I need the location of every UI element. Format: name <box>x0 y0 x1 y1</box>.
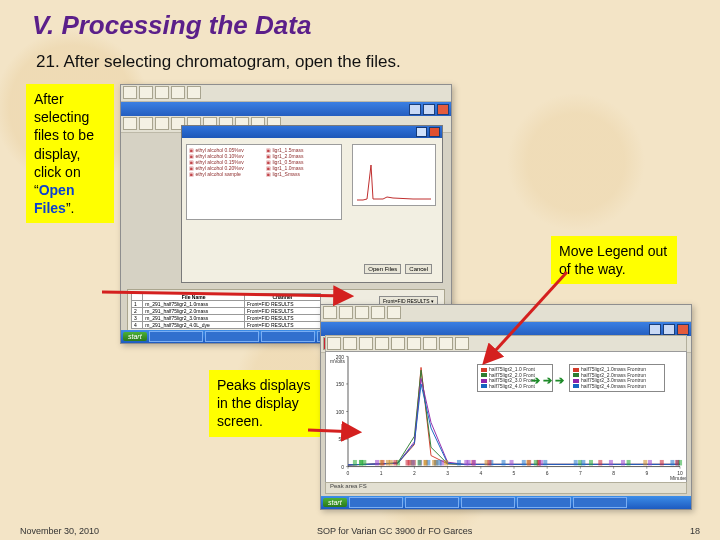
start-button[interactable]: start <box>323 498 347 507</box>
taskbar-item[interactable] <box>573 497 627 508</box>
open-multiple-files-dialog: ethyl alcohol 0.05%vvethyl alcohol 0.10%… <box>181 125 443 283</box>
table-header: Channel <box>244 294 320 301</box>
svg-rect-78 <box>534 460 538 466</box>
legend-label: half75ligr2_4.0 Front <box>489 384 535 390</box>
footer-date: November 30, 2010 <box>20 526 99 536</box>
svg-text:5: 5 <box>513 470 516 476</box>
footer-pagenum: 18 <box>690 526 700 536</box>
legend-swatch-icon <box>481 384 487 388</box>
svg-rect-70 <box>643 460 647 466</box>
toolbar-icon[interactable] <box>355 306 369 319</box>
legend-label: half75ligr2_4.0mass Frontrun <box>581 384 646 390</box>
open-files-button[interactable]: Open Files <box>364 264 401 274</box>
step-text: After selecting chromatogram, open the f… <box>63 52 400 71</box>
close-icon[interactable] <box>677 324 689 335</box>
svg-rect-45 <box>444 460 448 466</box>
taskbar-item[interactable] <box>517 497 571 508</box>
svg-text:0: 0 <box>347 470 350 476</box>
app-toolbar <box>121 85 451 102</box>
toolbar-icon[interactable] <box>391 337 405 350</box>
taskbar-item[interactable] <box>349 497 403 508</box>
page-title: V. Processing the Data <box>32 10 311 41</box>
svg-text:8: 8 <box>612 470 615 476</box>
reset-icon[interactable] <box>375 337 389 350</box>
svg-rect-51 <box>648 460 652 466</box>
svg-rect-76 <box>375 460 379 466</box>
start-button[interactable]: start <box>123 332 147 341</box>
cancel-button[interactable]: Cancel <box>405 264 432 274</box>
file-list-item[interactable]: ethyl alcohol sample <box>189 171 262 177</box>
pan-icon[interactable] <box>359 337 373 350</box>
svg-rect-38 <box>627 460 631 466</box>
close-icon[interactable] <box>429 127 440 137</box>
svg-rect-82 <box>487 460 491 466</box>
toolbar-icon[interactable] <box>187 86 201 99</box>
minimize-icon[interactable] <box>649 324 661 335</box>
callout-open-files: After selecting files to be display, cli… <box>26 84 114 223</box>
svg-rect-0 <box>353 145 435 205</box>
svg-rect-80 <box>423 460 427 466</box>
help-icon[interactable] <box>416 127 427 137</box>
svg-text:50: 50 <box>338 436 344 442</box>
toolbar-icon[interactable] <box>455 337 469 350</box>
legend-item[interactable]: half75ligr2_4.0 Front <box>481 384 549 390</box>
legend-swatch-icon <box>573 368 579 372</box>
svg-rect-84 <box>581 460 585 466</box>
svg-rect-77 <box>406 460 410 466</box>
svg-rect-96 <box>472 460 476 466</box>
minimize-icon[interactable] <box>409 104 421 115</box>
taskbar-item[interactable] <box>149 331 203 342</box>
svg-text:3: 3 <box>446 470 449 476</box>
svg-rect-56 <box>411 460 415 466</box>
legend-box[interactable]: half75ligr2_1.0 Fronthalf75ligr2_2.0 Fro… <box>477 364 553 392</box>
legend-item[interactable]: half75ligr2_4.0mass Frontrun <box>573 384 661 390</box>
table-row[interactable]: 3m_291_half75ligr2_3.0massFront=FID RESU… <box>132 315 321 322</box>
table-row[interactable]: 4m_291_half75ligr2_4.0L_dyeFront=FID RES… <box>132 322 321 329</box>
toolbar-icon[interactable] <box>139 86 153 99</box>
taskbar-item[interactable] <box>205 331 259 342</box>
file-list-item[interactable]: ligr1_Smass <box>266 171 339 177</box>
svg-text:mVolts: mVolts <box>330 358 345 364</box>
toolbar-icon[interactable] <box>155 86 169 99</box>
legend-swatch-icon <box>481 373 487 377</box>
svg-rect-69 <box>574 460 578 466</box>
svg-rect-57 <box>598 460 602 466</box>
legend-swatch-icon <box>481 368 487 372</box>
toolbar-icon[interactable] <box>323 306 337 319</box>
legend-box[interactable]: half75ligr2_1.0mass Frontrunhalf75ligr2_… <box>569 364 665 392</box>
legend-swatch-icon <box>573 384 579 388</box>
callout-open-files-post: ”. <box>66 200 75 216</box>
app-titlebar <box>321 322 691 336</box>
toolbar-icon[interactable] <box>123 86 137 99</box>
zoom-in-icon[interactable] <box>327 337 341 350</box>
toolbar-icon[interactable] <box>371 306 385 319</box>
svg-rect-74 <box>543 460 547 466</box>
zoom-out-icon[interactable] <box>343 337 357 350</box>
legend-swatch-icon <box>481 379 487 383</box>
svg-rect-85 <box>432 460 436 466</box>
table-row[interactable]: 2m_291_half75ligr2_2.0massFront=FID RESU… <box>132 308 321 315</box>
maximize-icon[interactable] <box>423 104 435 115</box>
maximize-icon[interactable] <box>663 324 675 335</box>
toolbar-icon[interactable] <box>439 337 453 350</box>
toolbar-icon[interactable] <box>423 337 437 350</box>
toolbar-icon[interactable] <box>407 337 421 350</box>
taskbar-item[interactable] <box>261 331 315 342</box>
app-toolbar <box>321 305 691 322</box>
toolbar-icon[interactable] <box>387 306 401 319</box>
app-titlebar <box>121 102 451 116</box>
svg-text:100: 100 <box>336 408 344 414</box>
legend-swatch-icon <box>573 373 579 377</box>
table-row[interactable]: 1m_291_half75ligr2_1.0massFront=FID RESU… <box>132 301 321 308</box>
svg-rect-86 <box>621 460 625 466</box>
svg-rect-91 <box>467 460 471 466</box>
close-icon[interactable] <box>437 104 449 115</box>
toolbar-icon[interactable] <box>139 117 153 130</box>
toolbar-icon[interactable] <box>171 86 185 99</box>
file-list[interactable]: ethyl alcohol 0.05%vvethyl alcohol 0.10%… <box>186 144 342 220</box>
toolbar-icon[interactable] <box>155 117 169 130</box>
toolbar-icon[interactable] <box>339 306 353 319</box>
taskbar-item[interactable] <box>405 497 459 508</box>
taskbar-item[interactable] <box>461 497 515 508</box>
toolbar-icon[interactable] <box>123 117 137 130</box>
